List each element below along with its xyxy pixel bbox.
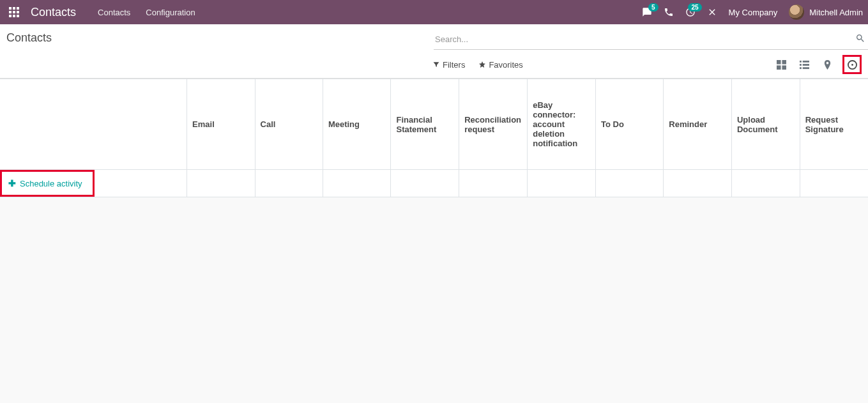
search-button[interactable]: [853, 31, 868, 48]
svg-rect-17: [800, 67, 802, 69]
header-row: Email Call Meeting Financial Statement R…: [0, 79, 868, 170]
svg-rect-18: [802, 67, 809, 69]
svg-rect-16: [802, 64, 809, 66]
col-todo[interactable]: To Do: [595, 79, 663, 170]
svg-rect-1: [13, 7, 15, 10]
messages-icon[interactable]: 5: [642, 7, 652, 17]
star-icon: [479, 61, 485, 68]
svg-rect-4: [13, 11, 15, 13]
empty-cell: [255, 170, 323, 197]
col-email[interactable]: Email: [187, 79, 255, 170]
phone-icon[interactable]: [664, 7, 674, 17]
nav-right: 5 25 My Company Mitchell Admin: [642, 4, 863, 20]
plus-icon: ✚: [8, 178, 16, 188]
empty-cell: [731, 170, 800, 197]
svg-rect-8: [17, 15, 19, 17]
favorites-button[interactable]: Favorites: [479, 60, 522, 70]
clock-icon: [848, 60, 857, 70]
empty-cell: [664, 170, 732, 197]
svg-rect-14: [802, 60, 809, 62]
nav-menu-configuration[interactable]: Configuration: [146, 8, 195, 17]
avatar: [789, 4, 804, 20]
svg-rect-11: [777, 65, 781, 70]
svg-rect-3: [9, 11, 11, 13]
search-area: [434, 29, 868, 50]
col-financial[interactable]: Financial Statement: [391, 79, 459, 170]
tools-icon[interactable]: [707, 7, 717, 17]
view-kanban[interactable]: [773, 57, 789, 72]
col-call[interactable]: Call: [255, 79, 323, 170]
svg-rect-6: [9, 15, 11, 17]
nav-menu-contacts[interactable]: Contacts: [98, 8, 130, 17]
navbar: Contacts Contacts Configuration 5 25 My …: [0, 0, 868, 24]
favorites-label: Favorites: [489, 60, 522, 70]
map-pin-icon: [823, 60, 832, 70]
svg-rect-10: [782, 60, 786, 65]
empty-cell: [391, 170, 459, 197]
svg-rect-2: [17, 7, 19, 10]
kanban-icon: [777, 60, 786, 70]
filter-bar: Filters Favorites: [433, 60, 523, 70]
filters-button[interactable]: Filters: [433, 60, 465, 70]
search-input[interactable]: [434, 31, 853, 48]
empty-cell: [187, 170, 255, 197]
empty-cell: [459, 170, 528, 197]
svg-rect-5: [17, 11, 19, 13]
view-map[interactable]: [819, 57, 835, 72]
cp-row2: Filters Favorites: [0, 51, 868, 78]
brand-title[interactable]: Contacts: [31, 6, 76, 19]
breadcrumb: Contacts: [0, 31, 52, 45]
schedule-row: ✚ Schedule activity: [0, 170, 868, 197]
apps-icon[interactable]: [5, 3, 23, 21]
search-icon: [855, 33, 865, 43]
empty-cell: [595, 170, 663, 197]
user-menu[interactable]: Mitchell Admin: [789, 4, 863, 20]
view-switcher: [773, 55, 862, 74]
svg-rect-0: [9, 7, 11, 10]
activity-wrap: Email Call Meeting Financial Statement R…: [0, 79, 868, 197]
company-name[interactable]: My Company: [729, 8, 778, 17]
col-reconciliation[interactable]: Reconciliation request: [459, 79, 528, 170]
schedule-cell: ✚ Schedule activity: [0, 170, 187, 197]
svg-point-20: [851, 64, 853, 66]
control-panel: Contacts Filters Favorites: [0, 24, 868, 79]
col-upload[interactable]: Upload Document: [731, 79, 800, 170]
filters-label: Filters: [443, 60, 465, 70]
svg-rect-12: [782, 65, 786, 70]
nav-menu: Contacts Configuration: [98, 8, 195, 17]
view-activity[interactable]: [842, 55, 862, 74]
col-reminder[interactable]: Reminder: [664, 79, 732, 170]
col-meeting[interactable]: Meeting: [323, 79, 391, 170]
empty-cell: [528, 170, 596, 197]
col-ebay[interactable]: eBay connector: account deletion notific…: [528, 79, 596, 170]
view-list[interactable]: [796, 57, 812, 72]
user-name: Mitchell Admin: [809, 8, 863, 17]
nav-left: Contacts Contacts Configuration: [5, 3, 195, 21]
svg-rect-9: [777, 60, 781, 65]
schedule-label: Schedule activity: [20, 179, 82, 188]
svg-rect-15: [800, 64, 802, 66]
activity-table: Email Call Meeting Financial Statement R…: [0, 79, 868, 197]
list-icon: [800, 60, 809, 70]
svg-rect-13: [800, 60, 802, 62]
activities-badge: 25: [688, 3, 701, 11]
messages-badge: 5: [648, 3, 659, 11]
filter-icon: [433, 61, 439, 68]
schedule-activity-button[interactable]: ✚ Schedule activity: [0, 170, 95, 197]
header-empty: [0, 79, 187, 170]
empty-cell: [323, 170, 391, 197]
activities-icon[interactable]: 25: [685, 7, 696, 17]
col-signature[interactable]: Request Signature: [800, 79, 868, 170]
empty-cell: [800, 170, 868, 197]
cp-row1: Contacts: [0, 24, 868, 51]
svg-rect-7: [13, 15, 15, 17]
